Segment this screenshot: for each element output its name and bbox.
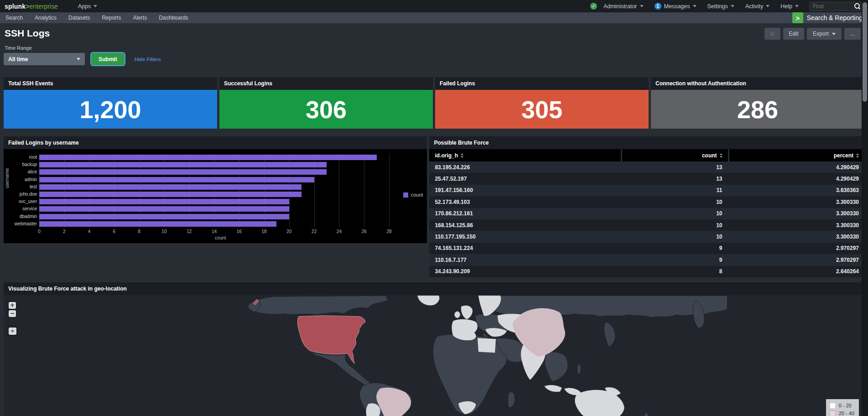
nav-item-datasets[interactable]: Datasets (68, 15, 90, 21)
map-region-indonesia[interactable] (545, 385, 562, 391)
bar-categories: rootbackupaliceadmintestjohn.doesvc_user… (12, 154, 39, 228)
bar-service[interactable] (39, 206, 289, 212)
table-cell[interactable]: 74.165.131.224 (429, 243, 621, 254)
table-cell[interactable]: 110.177.195.150 (429, 231, 621, 242)
table-cell[interactable]: 9 (621, 254, 728, 265)
zoom-out-button[interactable]: − (9, 310, 16, 317)
bar-test[interactable] (39, 184, 301, 190)
settings-menu[interactable]: Settings (703, 3, 739, 10)
more-actions-button[interactable]: ... (844, 28, 861, 40)
nav-item-search[interactable]: Search (5, 15, 23, 21)
table-row[interactable]: 170.86.212.161103.300330 (429, 208, 864, 219)
bar-dbadmin[interactable] (39, 214, 289, 219)
bar-backup[interactable] (39, 162, 327, 167)
table-cell[interactable]: 110.16.7.177 (429, 254, 621, 265)
map-region-indochina[interactable] (545, 352, 568, 382)
table-row[interactable]: 191.47.156.160113.630363 (429, 185, 864, 196)
map-region-canada[interactable] (248, 296, 388, 315)
hide-filters-link[interactable]: Hide Filters (135, 57, 161, 62)
table-row[interactable]: 110.16.7.17792.970297 (429, 254, 864, 265)
edit-button[interactable]: Edit (783, 28, 805, 40)
bar-admin[interactable] (39, 177, 314, 182)
app-context[interactable]: > Search & Reporting (792, 12, 863, 23)
search-icon[interactable] (854, 3, 860, 9)
table-cell[interactable]: 9 (621, 243, 728, 254)
time-range-dropdown[interactable]: All time (4, 53, 85, 65)
table-cell[interactable]: 25.47.52.197 (429, 173, 621, 184)
nav-item-analytics[interactable]: Analytics (35, 15, 57, 21)
table-cell[interactable]: 4.290429 (728, 173, 864, 184)
bar-alice[interactable] (39, 169, 327, 175)
bar-svc_user[interactable] (39, 199, 289, 204)
map-region-west-europe[interactable] (452, 319, 478, 340)
table-row[interactable]: 34.243.90.20982.640264 (429, 266, 864, 277)
table-row[interactable]: 25.47.52.197134.290429 (429, 173, 864, 184)
table-cell[interactable]: 10 (621, 219, 728, 231)
find-input[interactable] (813, 3, 854, 10)
apps-menu[interactable]: Apps (73, 0, 102, 12)
table-row[interactable]: 168.154.125.86103.300330 (429, 219, 864, 231)
zoom-in-button[interactable]: + (9, 302, 16, 309)
favorite-star-button[interactable]: ☆ (764, 28, 780, 40)
map-region-madagascar[interactable] (508, 392, 515, 407)
table-cell[interactable]: 10 (621, 231, 728, 242)
table-cell[interactable]: 8 (621, 266, 728, 277)
table-cell[interactable]: 11 (621, 185, 728, 196)
table-cell[interactable]: 13 (621, 173, 728, 184)
recenter-icon[interactable]: ⌖ (9, 328, 16, 335)
table-row[interactable]: 52.173.49.103103.300330 (429, 196, 864, 208)
table-cell[interactable]: 3.300330 (728, 208, 864, 219)
table-cell[interactable]: 191.47.156.160 (429, 185, 621, 196)
map-region-new-zealand[interactable] (643, 412, 649, 416)
table-row[interactable]: 83.195.24.226134.290429 (429, 161, 864, 173)
map-region-ireland[interactable] (455, 312, 460, 318)
help-menu[interactable]: Help (776, 3, 803, 10)
geo-map-panel: Visualizing Brute Force attack in geo-lo… (4, 282, 864, 416)
table-cell[interactable]: 170.86.212.161 (429, 208, 621, 219)
table-cell[interactable]: 2.640264 (728, 266, 864, 277)
column-header-percent[interactable]: percent (728, 149, 864, 161)
nav-item-alerts[interactable]: Alerts (133, 15, 147, 21)
choropleth-map[interactable]: + − ⌖ 0 - 2020 - 4040 - 60 (4, 295, 864, 416)
status-check-icon[interactable]: ✓ (590, 3, 597, 10)
administrator-menu[interactable]: Administrator (599, 3, 648, 10)
chart-legend[interactable]: count (403, 192, 423, 198)
table-cell[interactable]: 3.300330 (728, 219, 864, 231)
table-cell[interactable]: 2.970297 (728, 243, 864, 254)
scrollbar-thumb[interactable] (863, 2, 867, 102)
map-region-uk[interactable] (461, 306, 473, 319)
table-cell[interactable]: 168.154.125.86 (429, 219, 621, 231)
table-cell[interactable]: 13 (621, 161, 728, 173)
column-header-id.orig_h[interactable]: id.orig_h (429, 149, 621, 161)
table-cell[interactable]: 34.243.90.209 (429, 266, 621, 277)
splunk-logo[interactable]: splunk>enterprise (5, 3, 58, 10)
table-cell[interactable]: 4.290429 (728, 161, 864, 173)
table-cell[interactable]: 10 (621, 208, 728, 219)
submit-button[interactable]: Submit (91, 53, 125, 65)
messages-menu[interactable]: 1 Messages (650, 3, 701, 10)
table-cell[interactable]: 2.970297 (728, 254, 864, 265)
table-cell[interactable]: 10 (621, 196, 728, 208)
map-region-greenland[interactable] (417, 296, 439, 305)
map-region-japan[interactable] (604, 322, 615, 348)
table-cell[interactable]: 83.195.24.226 (429, 161, 621, 173)
table-cell[interactable]: 3.300330 (728, 196, 864, 208)
table-row[interactable]: 74.165.131.22492.970297 (429, 243, 864, 254)
table-cell[interactable]: 3.300330 (728, 231, 864, 242)
nav-item-dashboards[interactable]: Dashboards (159, 15, 188, 21)
map-region-scandinavia[interactable] (478, 296, 501, 316)
table-row[interactable]: 110.177.195.150103.300330 (429, 231, 864, 242)
table-cell[interactable]: 52.173.49.103 (429, 196, 621, 208)
column-header-count[interactable]: count (621, 149, 728, 161)
bar-root[interactable] (39, 155, 377, 160)
nav-item-reports[interactable]: Reports (102, 15, 121, 21)
map-region-philippines[interactable] (577, 364, 581, 374)
map-region-russia[interactable] (484, 296, 727, 317)
find-search-box[interactable] (810, 2, 863, 11)
map-region-egypt[interactable] (478, 338, 496, 353)
bar-john.doe[interactable] (39, 192, 301, 197)
table-cell[interactable]: 3.630363 (728, 185, 864, 196)
export-button[interactable]: Export (807, 28, 842, 40)
bar-webmaster[interactable] (39, 221, 276, 227)
activity-menu[interactable]: Activity (741, 3, 774, 10)
